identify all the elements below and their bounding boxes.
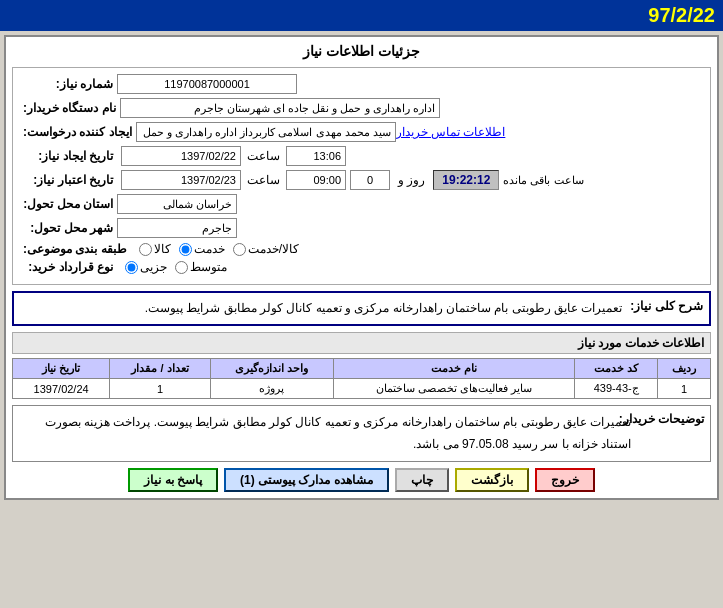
- col-date: تاریخ نیاز: [13, 359, 110, 379]
- table-row: 1 ج-43-439 سایر فعالیت‌های تخصصی ساختمان…: [13, 379, 711, 399]
- col-code: کد خدمت: [575, 359, 658, 379]
- need-number-input[interactable]: [117, 74, 297, 94]
- city-input[interactable]: [117, 218, 237, 238]
- description-label: شرح کلی نیاز:: [630, 299, 703, 318]
- remaining-days-input[interactable]: [350, 170, 390, 190]
- col-name: نام خدمت: [333, 359, 575, 379]
- buyer-org-input[interactable]: [120, 98, 440, 118]
- creator-input[interactable]: [136, 122, 396, 142]
- need-number-label: شماره نیاز:: [23, 77, 113, 91]
- cell-code: ج-43-439: [575, 379, 658, 399]
- cell-rownum: 1: [658, 379, 711, 399]
- cell-qty: 1: [110, 379, 210, 399]
- kaladkhadmat-label: کالا/خدمت: [248, 242, 299, 256]
- buyer-org-label: نام دستگاه خریدار:: [23, 101, 116, 115]
- reply-button[interactable]: پاسخ به نیاز: [128, 468, 218, 492]
- services-section-header: اطلاعات خدمات مورد نیاز: [12, 332, 711, 354]
- purchase-jozi[interactable]: جزیی: [125, 260, 167, 274]
- view-attachments-button[interactable]: مشاهده مدارک پیوستی (1): [224, 468, 389, 492]
- remaining-time-display: 19:22:12: [433, 170, 499, 190]
- description-section: شرح کلی نیاز: تعمیرات عایق رطوبتی بام سا…: [12, 291, 711, 326]
- province-label: استان محل تحول:: [23, 197, 113, 211]
- valid-date-input[interactable]: [121, 170, 241, 190]
- exit-button[interactable]: خروج: [535, 468, 595, 492]
- top-date: 97/2/22: [648, 4, 715, 27]
- print-button[interactable]: چاپ: [395, 468, 449, 492]
- cell-unit: پروژه: [210, 379, 333, 399]
- buyer-notes-label: توضیحات خریدار:: [639, 412, 704, 455]
- category-radio-kala[interactable]: [139, 243, 152, 256]
- category-khadmat[interactable]: خدمت: [179, 242, 225, 256]
- purchase-motasat[interactable]: متوسط: [175, 260, 227, 274]
- col-unit: واحد اندازه‌گیری: [210, 359, 333, 379]
- category-kaladkhadmat[interactable]: کالا/خدمت: [233, 242, 299, 256]
- buyer-notes-text: تعمیرات عایق رطوبتی بام ساختمان راهدارخا…: [19, 412, 631, 455]
- remaining-label: ساعت باقی مانده: [503, 174, 583, 187]
- contact-info-link[interactable]: اطلاعات تماس خریدار: [396, 125, 506, 139]
- category-radio-khadmat[interactable]: [179, 243, 192, 256]
- need-time-label: ساعت: [247, 149, 280, 163]
- back-button[interactable]: بازگشت: [455, 468, 529, 492]
- cell-date: 1397/02/24: [13, 379, 110, 399]
- description-text: تعمیرات عایق رطوبتی بام ساختمان راهدارخا…: [145, 299, 623, 318]
- need-time-input[interactable]: [286, 146, 346, 166]
- remaining-days-label: روز و: [398, 173, 425, 187]
- col-qty: تعداد / مقدار: [110, 359, 210, 379]
- city-label: شهر محل تحول:: [23, 221, 113, 235]
- khadmat-label: خدمت: [194, 242, 225, 256]
- page-title: جزئیات اطلاعات نیاز: [12, 43, 711, 59]
- need-date-input[interactable]: [121, 146, 241, 166]
- services-section: اطلاعات خدمات مورد نیاز ردیف کد خدمت نام…: [12, 332, 711, 399]
- services-table: ردیف کد خدمت نام خدمت واحد اندازه‌گیری ت…: [12, 358, 711, 399]
- col-rownum: ردیف: [658, 359, 711, 379]
- valid-date-label: تاریخ اعتبار نیاز:: [23, 173, 113, 187]
- category-radio-kaladkhadmat[interactable]: [233, 243, 246, 256]
- category-kala[interactable]: کالا: [139, 242, 171, 256]
- jozi-label: جزیی: [140, 260, 167, 274]
- cell-name: سایر فعالیت‌های تخصصی ساختمان: [333, 379, 575, 399]
- kala-label: کالا: [154, 242, 171, 256]
- buyer-notes-section: توضیحات خریدار: تعمیرات عایق رطوبتی بام …: [12, 405, 711, 462]
- purchase-type-label: نوع قرارداد خرید:: [23, 260, 113, 274]
- motasat-label: متوسط: [190, 260, 227, 274]
- valid-time-label: ساعت: [247, 173, 280, 187]
- need-date-label: تاریخ ایجاد نیاز:: [23, 149, 113, 163]
- valid-time-input[interactable]: [286, 170, 346, 190]
- creator-label: ایجاد کننده درخواست:: [23, 125, 132, 139]
- purchase-radio-motasat[interactable]: [175, 261, 188, 274]
- bottom-buttons: خروج بازگشت چاپ مشاهده مدارک پیوستی (1) …: [12, 468, 711, 492]
- category-label: طبقه بندی موضوعی:: [23, 242, 127, 256]
- purchase-radio-jozi[interactable]: [125, 261, 138, 274]
- province-input[interactable]: [117, 194, 237, 214]
